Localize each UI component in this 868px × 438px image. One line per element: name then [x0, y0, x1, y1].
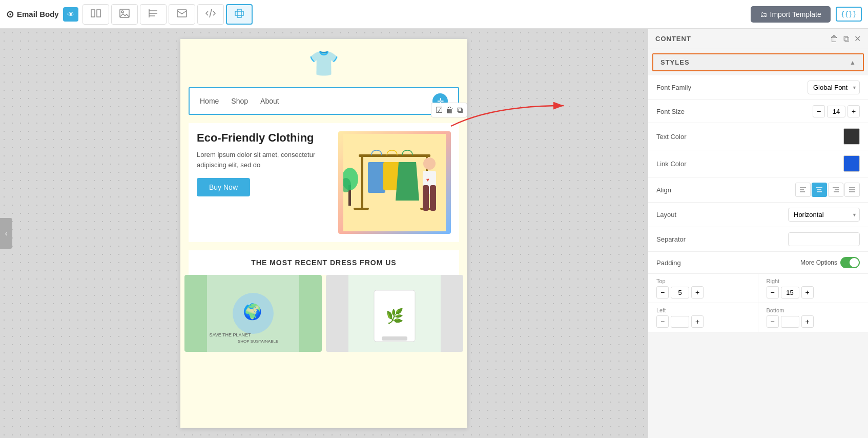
align-right-button[interactable]: [828, 183, 843, 197]
padding-fields: Top − + Right − + Left: [648, 274, 868, 332]
bottom-plus-button[interactable]: +: [801, 315, 814, 328]
content-left: Eco-Friendly Clothing Lorem ipsum dolor …: [197, 131, 332, 234]
left-input[interactable]: [671, 316, 689, 328]
svg-rect-15: [354, 208, 369, 210]
padding-row: Padding More Options: [648, 252, 868, 274]
puzzle-icon-btn[interactable]: [226, 4, 253, 25]
block-delete-button[interactable]: 🗑: [446, 105, 454, 115]
align-left-button[interactable]: [795, 183, 811, 197]
svg-rect-1: [97, 10, 100, 17]
padding-toggle-button[interactable]: [840, 257, 860, 268]
svg-rect-0: [91, 10, 95, 17]
right-panel: CONTENT 🗑 ⧉ ✕ STYLES ▲ Font Family Globa…: [648, 29, 868, 438]
align-justify-button[interactable]: [844, 183, 860, 197]
align-label: Align: [656, 186, 795, 194]
close-panel-button[interactable]: ✕: [854, 34, 861, 44]
top-minus-button[interactable]: −: [656, 286, 669, 298]
text-color-label: Text Color: [656, 133, 843, 141]
separator-input[interactable]: [788, 232, 860, 246]
scroll-left-button[interactable]: ‹: [0, 218, 12, 249]
message-icon-btn[interactable]: [169, 4, 195, 25]
bottom-input[interactable]: [781, 316, 799, 328]
font-size-row: Font Size − +: [648, 100, 868, 123]
main-area: ‹ 👕 Home Shop About ✛: [0, 29, 868, 438]
svg-text:🌿: 🌿: [386, 308, 404, 325]
layout-row: Layout Horizontal Vertical: [648, 203, 868, 227]
content-image: ♥: [338, 131, 451, 234]
svg-text:🌍: 🌍: [243, 303, 262, 321]
svg-text:♥: ♥: [426, 177, 429, 183]
svg-marker-19: [396, 162, 419, 201]
email-header: 👕: [180, 39, 467, 83]
nav-about: About: [260, 97, 279, 105]
nav-links: Home Shop About: [200, 97, 279, 105]
layout-select[interactable]: Horizontal Vertical: [788, 208, 860, 222]
text-color-row: Text Color: [648, 123, 868, 150]
svg-rect-17: [368, 162, 385, 193]
block-copy-button[interactable]: ⧉: [457, 105, 463, 115]
canvas-area[interactable]: ‹ 👕 Home Shop About ✛: [0, 29, 648, 438]
font-family-row: Font Family Global Font Arial Helvetica: [648, 75, 868, 100]
top-label: Top: [656, 278, 750, 284]
text-icon-btn[interactable]: [140, 4, 167, 25]
delete-panel-button[interactable]: 🗑: [830, 34, 838, 44]
separator-label: Separator: [656, 235, 788, 243]
section-title: THE MOST RECENT DRESS FROM US: [189, 250, 459, 275]
image-icon-btn[interactable]: [111, 4, 138, 25]
separator-control: [788, 232, 860, 246]
toolbar-icons: [82, 4, 253, 25]
align-row: Align: [648, 177, 868, 203]
preview-button[interactable]: 👁: [63, 7, 78, 22]
copy-panel-button[interactable]: ⧉: [843, 34, 849, 44]
import-template-button[interactable]: 🗂 Import Template: [751, 6, 831, 23]
align-center-button[interactable]: [812, 183, 827, 197]
svg-rect-36: [382, 336, 407, 341]
font-size-minus-button[interactable]: −: [813, 105, 825, 117]
bottom-minus-button[interactable]: −: [767, 315, 779, 328]
font-family-label: Font Family: [656, 84, 808, 91]
font-family-control: Global Font Arial Helvetica: [808, 81, 860, 94]
content-block-toolbar: ☑ 🗑 ⧉: [431, 103, 467, 117]
svg-point-3: [121, 11, 123, 13]
right-minus-button[interactable]: −: [767, 286, 779, 298]
columns-icon-btn[interactable]: [82, 4, 109, 25]
topbar: ⊙ Email Body 👁: [0, 0, 868, 29]
nav-shop: Shop: [231, 97, 248, 105]
font-size-control: − +: [813, 105, 860, 117]
padding-right-field: Right − +: [758, 274, 869, 303]
link-color-control: [843, 155, 860, 172]
svg-rect-23: [430, 185, 436, 211]
styles-tab[interactable]: STYLES ▲: [652, 53, 864, 71]
link-color-swatch[interactable]: [843, 155, 860, 172]
left-plus-button[interactable]: +: [691, 315, 704, 328]
bottom-control: − +: [767, 315, 860, 328]
block-check-button[interactable]: ☑: [436, 105, 443, 115]
nav-bar[interactable]: Home Shop About ✛: [189, 87, 459, 115]
right-plus-button[interactable]: +: [801, 286, 814, 298]
code-block-icon-btn[interactable]: [197, 4, 224, 25]
font-size-plus-button[interactable]: +: [848, 105, 860, 117]
text-color-swatch[interactable]: [843, 128, 860, 145]
top-input[interactable]: [671, 287, 689, 298]
email-icon: ⊙: [6, 9, 14, 20]
font-size-input[interactable]: [827, 106, 845, 117]
code-toggle-button[interactable]: {{}}: [836, 7, 862, 22]
svg-rect-22: [423, 185, 429, 211]
bottom-label: Bottom: [767, 307, 860, 313]
product-grid: 🌍 SAVE THE PLANET SHOP SUSTAINABLE 🌿: [180, 275, 467, 356]
code-block-icon: [204, 7, 217, 21]
panel-label: CONTENT: [655, 35, 825, 43]
message-icon: [176, 7, 188, 21]
right-input[interactable]: [781, 287, 799, 298]
top-plus-button[interactable]: +: [691, 286, 704, 298]
font-family-select-wrap: Global Font Arial Helvetica: [808, 81, 860, 94]
product-card-2: 🌿: [326, 275, 463, 352]
panel-scroll[interactable]: STYLES ▲ Font Family Global Font Arial H…: [648, 49, 868, 438]
svg-rect-8: [177, 10, 187, 17]
left-minus-button[interactable]: −: [656, 315, 669, 328]
puzzle-icon: [233, 7, 245, 21]
product-card-1: 🌍 SAVE THE PLANET SHOP SUSTAINABLE: [184, 275, 322, 352]
buy-now-button[interactable]: Buy Now: [197, 178, 250, 196]
svg-text:SHOP SUSTAINABLE: SHOP SUSTAINABLE: [238, 339, 278, 344]
font-family-select[interactable]: Global Font Arial Helvetica: [808, 81, 860, 94]
